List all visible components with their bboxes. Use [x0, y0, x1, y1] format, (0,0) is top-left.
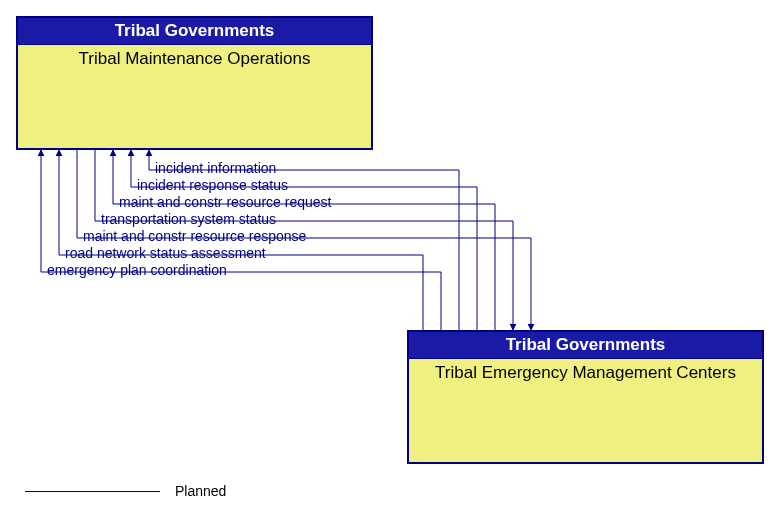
flow-label-maint-constr-resource-response: maint and constr resource response	[83, 228, 306, 244]
node-tribal-maintenance-operations[interactable]: Tribal Governments Tribal Maintenance Op…	[16, 16, 373, 150]
legend-label-planned: Planned	[175, 483, 226, 499]
node-body: Tribal Emergency Management Centers	[409, 359, 762, 387]
flow-label-road-network-status-assessment: road network status assessment	[65, 245, 266, 261]
node-header: Tribal Governments	[18, 18, 371, 45]
node-tribal-emergency-management-centers[interactable]: Tribal Governments Tribal Emergency Mana…	[407, 330, 764, 464]
flow-label-incident-information: incident information	[155, 160, 276, 176]
flow-label-maint-constr-resource-request: maint and constr resource request	[119, 194, 331, 210]
flow-label-transportation-system-status: transportation system status	[101, 211, 276, 227]
node-header: Tribal Governments	[409, 332, 762, 359]
flow-label-incident-response-status: incident response status	[137, 177, 288, 193]
legend-line-planned	[25, 491, 160, 492]
flow-label-emergency-plan-coordination: emergency plan coordination	[47, 262, 227, 278]
node-body: Tribal Maintenance Operations	[18, 45, 371, 73]
